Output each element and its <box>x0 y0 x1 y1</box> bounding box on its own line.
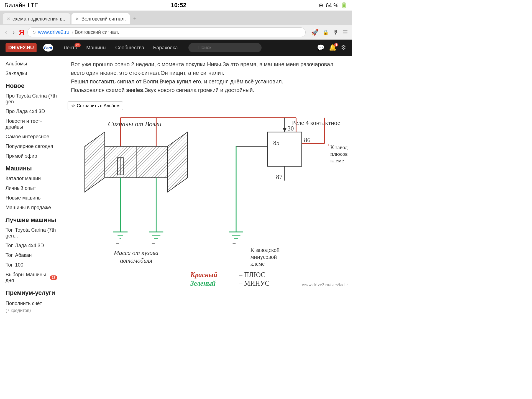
tab-1[interactable]: ✕ схема подключения в... <box>3 13 70 24</box>
svg-text:автомобиля: автомобиля <box>120 257 152 264</box>
sidebar-section-premium: Премиум-услуги <box>0 285 63 298</box>
sidebar-item-popular[interactable]: Популярное сегодня <box>0 142 63 151</box>
svg-text:87: 87 <box>276 173 282 180</box>
search-wrapper <box>188 43 310 52</box>
tab-close-1[interactable]: ✕ <box>7 16 10 22</box>
svg-text:–: – <box>232 240 236 246</box>
forward-button[interactable]: › <box>11 28 16 37</box>
svg-text:www.drive2.ru/cars/lada/2109/2: www.drive2.ru/cars/lada/2109/21093i/seel… <box>302 282 347 287</box>
refresh-icon: ↻ <box>32 30 36 35</box>
seeles-bold: seeles <box>126 87 143 93</box>
main-layout: Альбомы Закладки Новое Про Toyota Carina… <box>0 56 352 319</box>
carrier-label: Билайн <box>4 2 25 9</box>
sidebar-section-best-cars: Лучшие машины <box>0 213 63 225</box>
sidebar: Альбомы Закладки Новое Про Toyota Carina… <box>0 56 63 319</box>
menu-icon[interactable]: ☰ <box>342 29 348 36</box>
nav-flea-market[interactable]: Барахолка <box>149 43 182 53</box>
notifications-badge: 4 <box>334 43 338 47</box>
address-bar: ‹ › Я ↻ www.drive2.ru › Волговский сигна… <box>0 25 352 40</box>
url-path: › Волговский сигнал. <box>71 29 119 35</box>
diagram-container: ☆ Сохранить в Альбом <box>63 98 352 293</box>
star-icon: ☆ <box>71 103 75 108</box>
save-album-button[interactable]: ☆ Сохранить в Альбом <box>68 101 123 110</box>
tab-close-2[interactable]: ✕ <box>75 16 79 22</box>
status-left: Билайн LTE <box>4 2 39 9</box>
svg-rect-5 <box>136 146 167 178</box>
nav-lenta[interactable]: Лента 76 <box>60 43 81 53</box>
location-icon: ⊕ <box>319 2 323 9</box>
article-text: Вот уже прошло ровно 2 недели, с момента… <box>63 56 352 98</box>
content-area: Вот уже прошло ровно 2 недели, с момента… <box>63 56 352 319</box>
settings-icon[interactable]: ⚙ <box>341 44 346 51</box>
sidebar-item-vybory[interactable]: Выборы Машины дня 17 <box>0 270 63 285</box>
main-nav: Лента 76 Машины Сообщества Барахолка <box>60 43 182 53</box>
sidebar-item-toyota-carina[interactable]: Про Toyota Carina (7th gen... <box>0 91 63 107</box>
tab-label-1: схема подключения в... <box>12 16 66 22</box>
svg-marker-6 <box>168 132 188 192</box>
notifications-icon[interactable]: 🔔 4 <box>329 44 336 51</box>
sidebar-item-bookmarks[interactable]: Закладки <box>0 69 63 78</box>
svg-text:Сигналы от Волги: Сигналы от Волги <box>108 120 162 128</box>
sidebar-item-new-cars[interactable]: Новые машины <box>0 193 63 203</box>
svg-text:клеме: клеме <box>330 158 344 163</box>
yandex-logo[interactable]: Я <box>19 28 24 37</box>
mic-icon[interactable]: 🎙 <box>332 29 339 36</box>
sidebar-item-personal-exp[interactable]: Личный опыт <box>0 183 63 193</box>
url-base: www.drive2.ru <box>38 29 69 35</box>
sidebar-item-top-lada[interactable]: Топ Лада 4x4 3D <box>0 241 63 250</box>
sidebar-item-cars-for-sale[interactable]: Машины в продаже <box>0 203 63 213</box>
lenta-badge: 76 <box>75 43 81 47</box>
svg-text:86: 86 <box>304 137 310 144</box>
svg-marker-15 <box>283 128 287 132</box>
svg-text:Красный: Красный <box>190 271 217 278</box>
svg-text:К заводской: К заводской <box>330 144 347 150</box>
add-tab-button[interactable]: + <box>131 14 139 24</box>
lock-icon: 🔒 <box>323 29 329 35</box>
svg-text:– МИНУС: – МИНУС <box>239 280 269 287</box>
ford-icon[interactable]: Ford <box>43 44 53 52</box>
sidebar-item-top-abakan[interactable]: Топ Абакан <box>0 250 63 260</box>
tab-2[interactable]: ✕ Волговский сигнал. <box>71 13 130 24</box>
status-bar: Билайн LTE 10:52 ⊕ 64 % 🔋 <box>0 0 352 11</box>
svg-rect-12 <box>267 132 302 166</box>
svg-text:К заводской: К заводской <box>250 247 280 253</box>
tabs-bar: ✕ схема подключения в... ✕ Волговский си… <box>0 11 352 25</box>
address-input[interactable]: ↻ www.drive2.ru › Волговский сигнал. <box>27 27 306 37</box>
sidebar-item-lada-4x4-3d[interactable]: Про Лада 4x4 3D <box>0 107 63 116</box>
sidebar-item-top-100[interactable]: Топ 100 <box>0 260 63 270</box>
nav-machines[interactable]: Машины <box>82 43 110 53</box>
sidebar-section-new: Новое <box>0 78 63 91</box>
sidebar-item-news-testdrives[interactable]: Новости и тест-драйвы <box>0 116 63 132</box>
svg-text:плюсовой: плюсовой <box>330 151 347 157</box>
sidebar-item-catalog[interactable]: Каталог машин <box>0 174 63 183</box>
site-header: DRIVE2.RU Ford Лента 76 Машины Сообществ… <box>0 40 352 56</box>
network-label: LTE <box>28 2 39 9</box>
search-input[interactable] <box>188 43 262 52</box>
battery-label: 64 % <box>326 2 338 9</box>
status-right: ⊕ 64 % 🔋 <box>319 2 347 9</box>
drive2-logo[interactable]: DRIVE2.RU <box>6 43 37 52</box>
battery-icon: 🔋 <box>341 2 347 9</box>
sidebar-item-live[interactable]: Прямой эфир <box>0 151 63 161</box>
circuit-diagram: Сигналы от Волги 30 8 <box>63 98 352 293</box>
vybory-badge: 17 <box>50 275 57 280</box>
sidebar-item-interesting[interactable]: Самое интересное <box>0 132 63 142</box>
sidebar-item-albums[interactable]: Альбомы <box>0 59 63 69</box>
svg-text:85: 85 <box>273 139 280 146</box>
svg-text:– ПЛЮС: – ПЛЮС <box>239 271 265 278</box>
messages-icon[interactable]: 💬 <box>317 44 324 51</box>
svg-text:Масса от кузова: Масса от кузова <box>114 249 158 256</box>
svg-text:Зеленый: Зеленый <box>190 280 216 287</box>
rocket-icon[interactable]: 🚀 <box>311 29 319 36</box>
sidebar-section-machines: Машины <box>0 161 63 174</box>
header-icons: 💬 🔔 4 ⚙ <box>317 44 346 51</box>
address-icons: 🚀 🔒 🎙 ☰ <box>311 29 348 36</box>
time-label: 10:52 <box>171 2 186 9</box>
svg-text:клеме: клеме <box>250 261 265 267</box>
sidebar-item-topup[interactable]: Пополнить счёт(7 кредитов) <box>0 298 63 316</box>
nav-communities[interactable]: Сообщества <box>111 43 148 53</box>
back-button[interactable]: ‹ <box>4 28 8 37</box>
sidebar-item-top-toyota[interactable]: Топ Toyota Carina (7th gen... <box>0 225 63 241</box>
svg-text:минусовой: минусовой <box>250 254 277 260</box>
svg-marker-1 <box>85 132 105 192</box>
